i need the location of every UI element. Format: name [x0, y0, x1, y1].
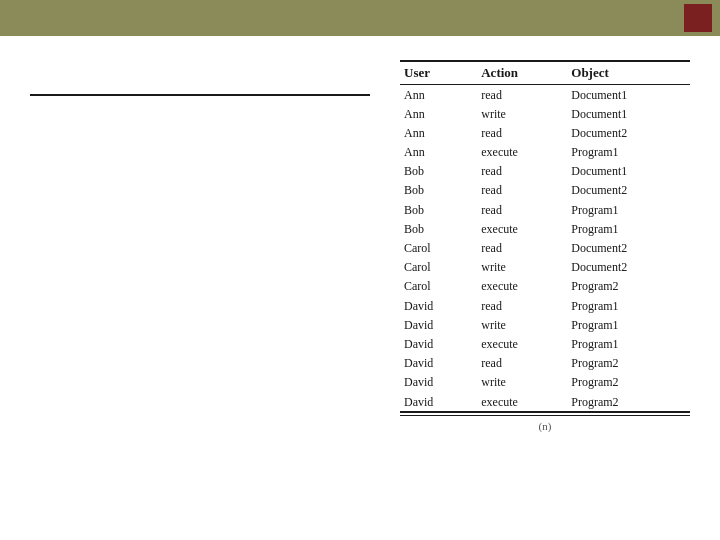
cell-6-0: Bob	[400, 200, 477, 219]
cell-10-0: Carol	[400, 277, 477, 296]
table-row: AnnreadDocument1	[400, 85, 690, 105]
cell-8-1: read	[477, 239, 567, 258]
cell-9-0: Carol	[400, 258, 477, 277]
cell-15-2: Program2	[567, 373, 690, 392]
table-row: AnnwriteDocument1	[400, 104, 690, 123]
left-panel	[30, 56, 370, 530]
cell-11-1: read	[477, 296, 567, 315]
cell-9-2: Document2	[567, 258, 690, 277]
table-row: AnnexecuteProgram1	[400, 143, 690, 162]
cell-16-2: Program2	[567, 392, 690, 412]
bottom-line	[400, 415, 690, 416]
col-header-action: Action	[477, 61, 567, 85]
cell-16-0: David	[400, 392, 477, 412]
table-row: BobexecuteProgram1	[400, 219, 690, 238]
cell-9-1: write	[477, 258, 567, 277]
cell-12-1: write	[477, 315, 567, 334]
cell-11-2: Program1	[567, 296, 690, 315]
cell-4-2: Document1	[567, 162, 690, 181]
table-row: DavidreadProgram1	[400, 296, 690, 315]
cell-1-1: write	[477, 104, 567, 123]
cell-15-0: David	[400, 373, 477, 392]
cell-5-0: Bob	[400, 181, 477, 200]
cell-0-0: Ann	[400, 85, 477, 105]
cell-3-0: Ann	[400, 143, 477, 162]
cell-4-1: read	[477, 162, 567, 181]
table-footer: (n)	[400, 420, 690, 432]
cell-12-2: Program1	[567, 315, 690, 334]
cell-7-0: Bob	[400, 219, 477, 238]
top-bar	[0, 0, 720, 36]
cell-16-1: execute	[477, 392, 567, 412]
top-bar-accent	[684, 4, 712, 32]
cell-3-1: execute	[477, 143, 567, 162]
cell-0-2: Document1	[567, 85, 690, 105]
table-row: AnnreadDocument2	[400, 123, 690, 142]
cell-2-1: read	[477, 123, 567, 142]
table-row: DavidreadProgram2	[400, 354, 690, 373]
table-row: BobreadDocument1	[400, 162, 690, 181]
cell-14-1: read	[477, 354, 567, 373]
cell-3-2: Program1	[567, 143, 690, 162]
cell-7-2: Program1	[567, 219, 690, 238]
cell-5-1: read	[477, 181, 567, 200]
table-row: DavidwriteProgram1	[400, 315, 690, 334]
cell-4-0: Bob	[400, 162, 477, 181]
cell-14-2: Program2	[567, 354, 690, 373]
table-row: DavidexecuteProgram1	[400, 334, 690, 353]
cell-15-1: write	[477, 373, 567, 392]
table-row: DavidexecuteProgram2	[400, 392, 690, 412]
right-panel: User Action Object AnnreadDocument1Annwr…	[400, 56, 690, 530]
cell-13-0: David	[400, 334, 477, 353]
cell-11-0: David	[400, 296, 477, 315]
col-header-user: User	[400, 61, 477, 85]
divider-line	[30, 94, 370, 96]
cell-13-1: execute	[477, 334, 567, 353]
table-row: CarolwriteDocument2	[400, 258, 690, 277]
cell-7-1: execute	[477, 219, 567, 238]
cell-6-2: Program1	[567, 200, 690, 219]
cell-2-0: Ann	[400, 123, 477, 142]
cell-8-2: Document2	[567, 239, 690, 258]
cell-14-0: David	[400, 354, 477, 373]
cell-1-2: Document1	[567, 104, 690, 123]
table-row: CarolexecuteProgram2	[400, 277, 690, 296]
cell-0-1: read	[477, 85, 567, 105]
cell-10-2: Program2	[567, 277, 690, 296]
cell-5-2: Document2	[567, 181, 690, 200]
cell-1-0: Ann	[400, 104, 477, 123]
cell-8-0: Carol	[400, 239, 477, 258]
cell-12-0: David	[400, 315, 477, 334]
cell-13-2: Program1	[567, 334, 690, 353]
table-row: BobreadDocument2	[400, 181, 690, 200]
table-row: DavidwriteProgram2	[400, 373, 690, 392]
table-row: CarolreadDocument2	[400, 239, 690, 258]
table-row: BobreadProgram1	[400, 200, 690, 219]
col-header-object: Object	[567, 61, 690, 85]
cell-6-1: read	[477, 200, 567, 219]
acl-table: User Action Object AnnreadDocument1Annwr…	[400, 60, 690, 413]
cell-10-1: execute	[477, 277, 567, 296]
cell-2-2: Document2	[567, 123, 690, 142]
